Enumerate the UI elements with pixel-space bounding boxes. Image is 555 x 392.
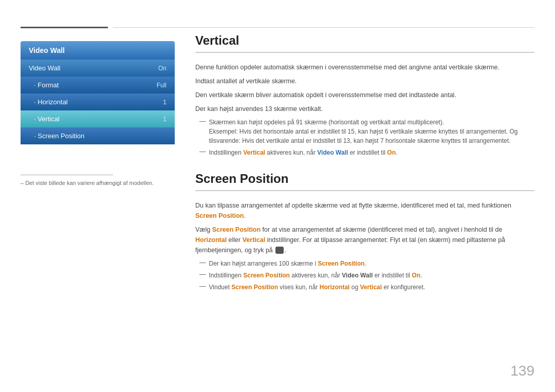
sidebar-item-screenposition[interactable]: · Screen Position xyxy=(21,127,175,144)
vertical-note-1: — Skærmen kan højst opdeles på 91 skærme… xyxy=(195,118,534,145)
note-dash: — xyxy=(199,259,206,266)
highlight-sp-3: Screen Position xyxy=(318,260,365,267)
sidebar-item-label: · Screen Position xyxy=(34,132,84,140)
sidebar-item-value: On xyxy=(158,65,166,72)
note-text: Indstillingen Vertical aktiveres kun, nå… xyxy=(209,148,398,157)
highlight-vert-3: Vertical xyxy=(360,284,382,291)
highlight-on-2: On xyxy=(412,272,420,279)
sp-note-2: — Indstillingen Screen Position aktivere… xyxy=(195,271,534,280)
highlight-horiz-2: Horizontal xyxy=(320,284,350,291)
highlight-vw-2: Video Wall xyxy=(342,272,373,279)
remote-icon xyxy=(275,247,284,254)
sp-para-1: Du kan tilpasse arrangementet af opdelte… xyxy=(195,200,534,221)
note-text: Vinduet Screen Position vises kun, når H… xyxy=(209,283,425,292)
sidebar-item-value: 1 xyxy=(163,116,166,123)
top-line-light xyxy=(113,27,534,28)
sidebar-header: Video Wall xyxy=(21,41,175,60)
note-dash: — xyxy=(199,148,206,155)
sp-para-2: Vælg Screen Position for at vise arrange… xyxy=(195,225,534,255)
vertical-para-1: Denne funktion opdeler automatisk skærme… xyxy=(195,62,534,72)
highlight-sp-5: Screen Position xyxy=(231,284,278,291)
sidebar-item-label: · Vertical xyxy=(34,115,60,123)
sidebar-item-label: Video Wall xyxy=(29,64,60,72)
sidebar-divider xyxy=(21,175,113,175)
sidebar-item-vertical[interactable]: · Vertical 1 xyxy=(21,110,175,127)
sidebar-note: – Det viste billede kan variere afhængig… xyxy=(21,180,154,186)
sidebar-item-value: Full xyxy=(157,82,166,89)
highlight-sp-1: Screen Position xyxy=(195,212,244,219)
sidebar-item-label: · Format xyxy=(34,81,59,89)
page-number: 139 xyxy=(510,363,534,379)
top-line-dark xyxy=(21,27,108,28)
vertical-para-3: Den vertikale skærm bliver automatisk op… xyxy=(195,90,534,100)
main-content: Vertical Denne funktion opdeler automati… xyxy=(195,33,534,371)
note-dash: — xyxy=(199,118,206,125)
highlight-horizontal: Horizontal xyxy=(195,236,227,244)
sidebar-item-value: 1 xyxy=(163,99,166,106)
screen-position-title: Screen Position xyxy=(195,172,534,191)
sidebar-item-horizontal[interactable]: · Horizontal 1 xyxy=(21,94,175,110)
vertical-section: Vertical Denne funktion opdeler automati… xyxy=(195,33,534,157)
note-dash: — xyxy=(199,283,206,290)
screen-position-section: Screen Position Du kan tilpasse arrangem… xyxy=(195,172,534,292)
sp-note-3: — Vinduet Screen Position vises kun, når… xyxy=(195,283,534,292)
sp-note-1: — Der kan højst arrangeres 100 skærme i … xyxy=(195,259,534,268)
note-text: Skærmen kan højst opdeles på 91 skærme (… xyxy=(209,118,535,145)
highlight-on: On xyxy=(387,149,396,156)
sidebar-item-format[interactable]: · Format Full xyxy=(21,77,175,94)
note-text: Indstillingen Screen Position aktiveres … xyxy=(209,271,422,280)
highlight-vertical-2: Vertical xyxy=(243,236,265,244)
vertical-para-4: Der kan højst anvendes 13 skærme vertika… xyxy=(195,104,534,114)
highlight-videowall: Video Wall xyxy=(317,149,348,156)
note-text: Der kan højst arrangeres 100 skærme i Sc… xyxy=(209,259,366,268)
top-decorative-lines xyxy=(21,27,534,28)
note-dash: — xyxy=(199,271,206,278)
vertical-para-2: Indtast antallet af vertikale skærme. xyxy=(195,76,534,86)
sidebar: Video Wall Video Wall On · Format Full ·… xyxy=(21,41,175,144)
vertical-note-2: — Indstillingen Vertical aktiveres kun, … xyxy=(195,148,534,157)
sidebar-item-videowall[interactable]: Video Wall On xyxy=(21,60,175,77)
highlight-sp-2: Screen Position xyxy=(212,226,261,233)
sidebar-item-label: · Horizontal xyxy=(34,98,68,106)
highlight-sp-4: Screen Position xyxy=(243,272,290,279)
vertical-title: Vertical xyxy=(195,33,534,53)
highlight-vertical: Vertical xyxy=(243,149,265,156)
